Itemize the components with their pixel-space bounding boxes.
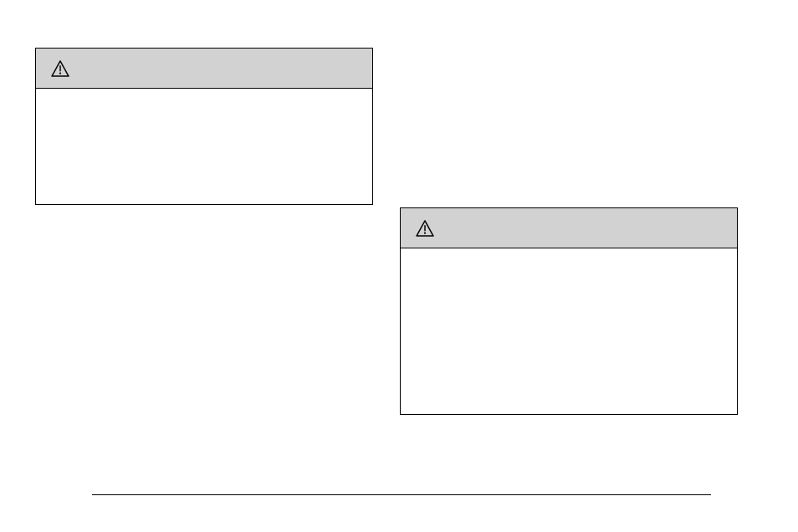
callout-caution-left (35, 48, 373, 205)
callout-caution-right (400, 207, 738, 415)
svg-point-3 (424, 232, 426, 233)
svg-point-1 (59, 72, 61, 74)
callout-header-right (401, 208, 737, 248)
callout-body-right (401, 248, 737, 265)
footer-divider (92, 494, 711, 495)
page-container (0, 0, 798, 532)
warning-icon (51, 60, 69, 77)
warning-icon (416, 220, 434, 237)
callout-header-left (36, 49, 372, 89)
callout-body-left (36, 89, 372, 105)
